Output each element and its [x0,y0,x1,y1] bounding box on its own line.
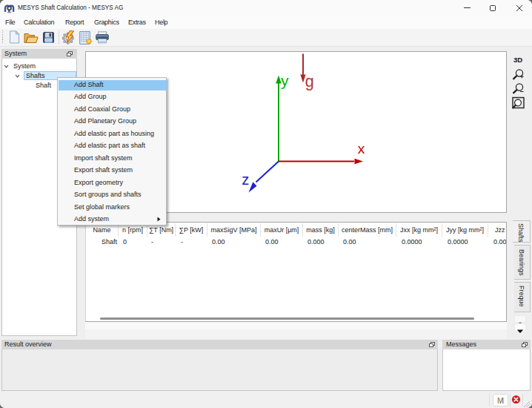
svg-text:g: g [305,73,314,91]
svg-text:y: y [281,72,289,89]
svg-text:z: z [242,171,249,188]
svg-text:x: x [358,141,365,157]
